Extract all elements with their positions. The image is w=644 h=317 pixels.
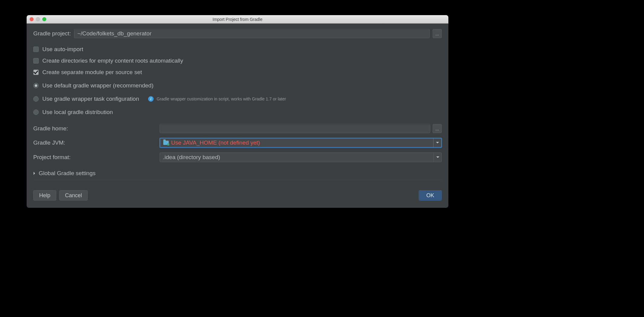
checkbox-separate-module[interactable]: Create separate module per source set: [33, 67, 442, 78]
radio-label: Use default gradle wrapper (recommended): [42, 82, 154, 89]
global-gradle-settings-expander[interactable]: Global Gradle settings: [33, 169, 442, 178]
gradle-project-browse-button[interactable]: ...: [433, 29, 442, 38]
chevron-down-icon: [433, 139, 441, 147]
gradle-project-value: ~/Code/folkets_db_generator: [77, 30, 152, 37]
help-button[interactable]: Help: [33, 190, 56, 201]
chevron-down-icon: [434, 153, 441, 162]
gradle-jvm-label: Gradle JVM:: [33, 139, 160, 146]
folder-icon: [163, 141, 169, 145]
info-icon: i: [148, 96, 154, 102]
radio-wrapper-task[interactable]: Use gradle wrapper task configuration i …: [33, 93, 442, 105]
checkbox-auto-import[interactable]: Use auto-import: [33, 44, 442, 55]
close-icon[interactable]: [30, 17, 34, 21]
gradle-project-row: Gradle project: ~/Code/folkets_db_genera…: [33, 29, 442, 38]
zoom-icon[interactable]: [42, 17, 46, 21]
checkbox-label: Create separate module per source set: [42, 69, 142, 76]
radio-icon: [33, 109, 39, 115]
ok-button[interactable]: OK: [419, 190, 442, 201]
gradle-jvm-select[interactable]: Use JAVA_HOME (not defined yet): [160, 138, 442, 148]
radio-label: Use gradle wrapper task configuration: [42, 96, 139, 102]
gradle-project-label: Gradle project:: [33, 30, 71, 37]
ellipsis-icon: ...: [435, 126, 439, 131]
dialog-window: Import Project from Gradle Gradle projec…: [27, 15, 448, 208]
project-format-select[interactable]: .idea (directory based): [160, 152, 442, 162]
radio-default-wrapper[interactable]: Use default gradle wrapper (recommended): [33, 80, 442, 91]
gradle-home-browse-button[interactable]: ...: [433, 124, 442, 133]
checkbox-icon: [33, 47, 39, 52]
checkbox-label: Create directories for empty content roo…: [42, 57, 183, 64]
checkbox-label: Use auto-import: [42, 46, 83, 53]
gradle-project-input[interactable]: ~/Code/folkets_db_generator: [74, 29, 430, 38]
button-label: Help: [39, 192, 50, 199]
project-format-label: Project format:: [33, 154, 160, 161]
gradle-home-input[interactable]: [160, 124, 430, 133]
window-title: Import Project from Gradle: [27, 15, 448, 24]
checkbox-icon: [33, 70, 39, 75]
project-format-value: .idea (directory based): [163, 154, 220, 161]
radio-icon: [33, 96, 39, 102]
gradle-jvm-value: Use JAVA_HOME (not defined yet): [171, 139, 260, 146]
button-label: Cancel: [65, 192, 82, 199]
expander-label: Global Gradle settings: [39, 170, 96, 177]
radio-icon: [33, 83, 39, 88]
cancel-button[interactable]: Cancel: [59, 190, 88, 201]
ellipsis-icon: ...: [435, 31, 439, 36]
chevron-right-icon: [34, 172, 37, 175]
traffic-lights: [30, 17, 46, 21]
button-label: OK: [426, 192, 434, 199]
separator: [33, 180, 442, 180]
wrapper-task-hint: i Gradle wrapper customization in script…: [148, 96, 286, 102]
hint-text: Gradle wrapper customization in script, …: [157, 96, 286, 101]
minimize-icon[interactable]: [36, 17, 40, 21]
gradle-home-label: Gradle home:: [33, 125, 160, 132]
radio-label: Use local gradle distribution: [42, 109, 113, 116]
checkbox-icon: [33, 58, 39, 64]
radio-local-dist[interactable]: Use local gradle distribution: [33, 106, 442, 118]
checkbox-create-dirs[interactable]: Create directories for empty content roo…: [33, 55, 442, 67]
titlebar: Import Project from Gradle: [27, 15, 448, 24]
